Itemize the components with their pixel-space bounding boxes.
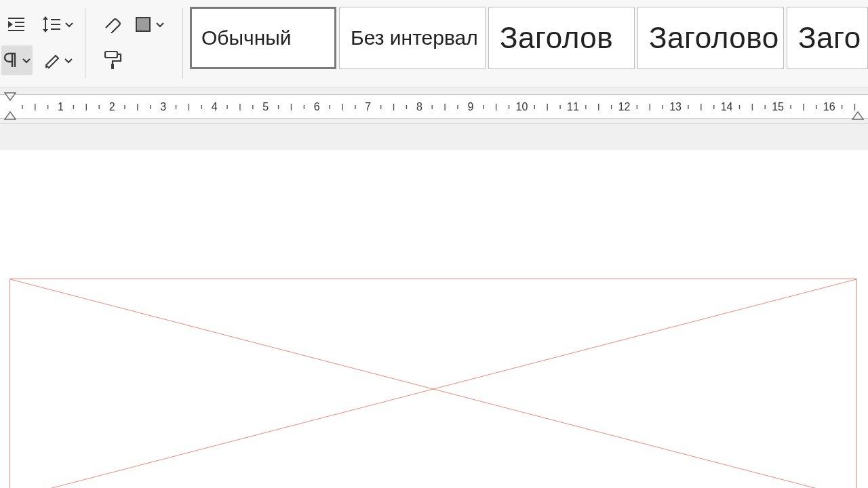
style-item-label: Заголово — [649, 21, 779, 55]
style-item[interactable]: Заголово — [637, 7, 784, 69]
highlight-color-button[interactable] — [42, 45, 74, 75]
ruler-number: 8 — [416, 101, 422, 113]
ruler-number: 16 — [823, 101, 835, 113]
paint-roller-icon — [102, 50, 123, 70]
style-item-label: Обычный — [201, 26, 292, 49]
style-gallery: ОбычныйБез интервалЗаголовЗаголовоЗаго — [187, 0, 868, 87]
svg-rect-13 — [111, 64, 114, 69]
eraser-icon — [102, 16, 123, 33]
chevron-down-icon[interactable] — [64, 20, 74, 29]
ruler-number: 10 — [516, 101, 528, 113]
page[interactable]: ¶ — [0, 150, 868, 488]
ruler-number: 9 — [467, 101, 473, 113]
chevron-down-icon[interactable] — [155, 20, 165, 29]
formatting-marks-button[interactable] — [1, 45, 33, 75]
ruler-number: 5 — [262, 101, 269, 113]
line-spacing-icon — [41, 16, 62, 33]
ruler-number: 1 — [58, 101, 64, 113]
line-spacing-button[interactable] — [42, 9, 74, 39]
style-item[interactable]: Заго — [787, 7, 868, 69]
ruler-number: 2 — [109, 101, 115, 113]
chevron-down-icon[interactable] — [22, 56, 31, 65]
svg-marker-10 — [43, 29, 48, 33]
ruler-number: 12 — [618, 101, 631, 113]
toolbar-separator — [85, 8, 85, 79]
shading-icon — [135, 16, 153, 33]
svg-rect-12 — [105, 52, 117, 58]
svg-line-68 — [10, 279, 856, 488]
highlight-icon — [42, 52, 61, 69]
style-item-label: Заголов — [500, 21, 613, 55]
chevron-down-icon[interactable] — [64, 56, 73, 65]
style-item[interactable]: Заголов — [488, 7, 635, 69]
paragraph-group — [0, 0, 81, 87]
svg-marker-9 — [43, 16, 48, 20]
ruler-number: 14 — [721, 101, 733, 113]
horizontal-ruler[interactable]: 12345678910111213141516 — [0, 87, 868, 124]
ruler-number: 13 — [669, 101, 682, 113]
svg-rect-11 — [136, 18, 150, 31]
shading-button[interactable] — [136, 9, 165, 39]
formatting-group — [90, 0, 178, 87]
toolbar-separator — [182, 8, 183, 79]
document-area: ¶ — [0, 124, 868, 488]
clone-formatting-button[interactable] — [99, 45, 126, 75]
ruler-number: 3 — [160, 101, 166, 113]
indent-increase-button[interactable] — [1, 9, 33, 39]
pilcrow-icon — [3, 52, 19, 69]
formatting-toolbar: ОбычныйБез интервалЗаголовЗаголовоЗаго — [0, 0, 868, 87]
style-item-label: Заго — [798, 21, 861, 55]
ruler-ticks: 12345678910111213141516 — [9, 95, 860, 118]
svg-line-69 — [10, 279, 856, 488]
ruler-number: 11 — [567, 101, 579, 113]
indent-increase-icon — [7, 16, 27, 33]
svg-marker-4 — [8, 21, 13, 28]
style-item-label: Без интервал — [351, 26, 478, 49]
ruler-number: 7 — [365, 101, 371, 113]
style-item[interactable]: Обычный — [190, 7, 336, 69]
broken-image-placeholder[interactable] — [9, 279, 857, 488]
style-item[interactable]: Без интервал — [339, 7, 486, 69]
ruler-number: 6 — [314, 101, 320, 113]
eraser-button[interactable] — [99, 9, 126, 39]
ruler-number: 4 — [212, 101, 218, 113]
ruler-number: 15 — [772, 101, 784, 113]
